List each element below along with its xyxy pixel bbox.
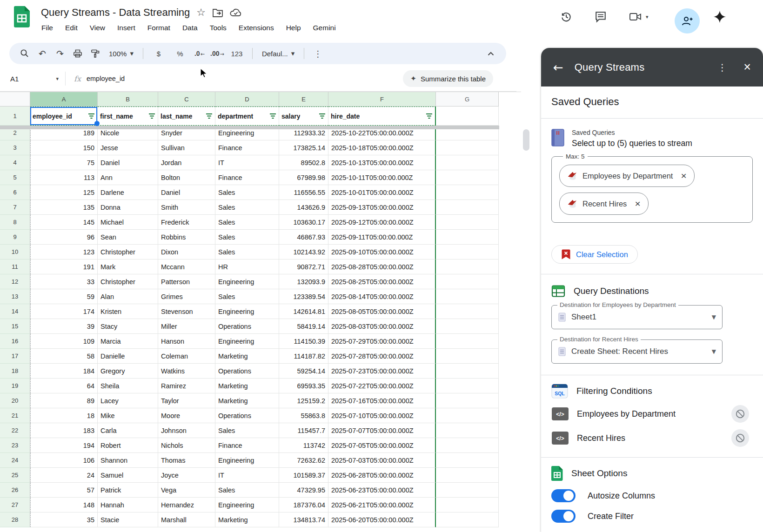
table-row[interactable]: 2089LaceyTaylorMarketing125159.22025-07-… [0,393,521,408]
cell[interactable]: 173825.14 [279,140,328,155]
table-row[interactable]: 1964SheilaRamirezMarketing69593.352025-0… [0,379,521,393]
cell[interactable]: 58419.14 [279,319,328,334]
column-header-d[interactable]: D [215,92,279,106]
column-header-f[interactable]: F [328,92,436,106]
cell[interactable]: Marketing [215,349,279,364]
cell[interactable]: Carla [98,423,158,438]
cell[interactable]: 113 [30,170,98,185]
increase-decimal-button[interactable]: .00→ [209,46,225,61]
cell[interactable]: HR [215,259,279,274]
filter-icon[interactable] [269,113,276,119]
cell[interactable]: Engineering [215,453,279,468]
cell[interactable]: Operations [215,319,279,334]
spreadsheet-grid[interactable]: ABCDEFG 1employee_idfirst_namelast_named… [0,92,521,532]
star-icon[interactable]: ☆ [196,7,206,18]
table-row[interactable]: 996SeanRobbinsSales46867.932025-09-11T05… [0,230,521,245]
row-header-12[interactable]: 12 [0,274,30,289]
cell[interactable]: 125159.2 [279,393,328,408]
cell-empty[interactable] [436,215,499,230]
column-header-b[interactable]: B [98,92,158,106]
cell[interactable]: Stacie [98,512,158,527]
row-header-11[interactable]: 11 [0,259,30,274]
cell[interactable]: 2025-07-22T05:00:00.000Z [328,379,436,393]
cell[interactable]: Samuel [98,468,158,483]
cell[interactable]: 148 [30,498,98,512]
version-history-icon[interactable] [560,0,572,33]
cell[interactable]: 125 [30,185,98,200]
cell[interactable]: Ramirez [158,379,215,393]
cell[interactable]: Stevenson [158,304,215,319]
cell-empty[interactable] [436,498,499,512]
cell[interactable]: 2025-06-23T05:00:00.000Z [328,483,436,498]
cell[interactable]: 2025-08-14T05:00:00.000Z [328,289,436,304]
cell[interactable]: 145 [30,215,98,230]
cell-empty[interactable] [436,259,499,274]
cell[interactable]: Daniel [158,185,215,200]
cell-empty[interactable] [436,185,499,200]
grid-corner[interactable] [0,92,30,106]
cell[interactable]: 96 [30,230,98,245]
table-row[interactable]: 5113AnnBoltonFinance67989.982025-10-11T0… [0,170,521,185]
zoom-select[interactable]: 100%▾ [105,46,137,61]
cell-empty[interactable] [436,349,499,364]
cell[interactable]: Mike [98,408,158,423]
cell[interactable]: 18 [30,408,98,423]
cell-empty[interactable] [436,453,499,468]
table-rows[interactable]: 2189NicoleSnyderEngineering112933.322025… [0,126,521,527]
cell-empty[interactable] [436,200,499,215]
toggle-create-filter[interactable] [551,510,576,523]
cell[interactable]: 2025-07-29T05:00:00.000Z [328,334,436,349]
selection-handle[interactable] [94,121,100,126]
row-header-7[interactable]: 7 [0,200,30,215]
cell-empty[interactable] [436,140,499,155]
header-cell-first_name[interactable]: first_name [98,106,158,126]
cell[interactable]: 109 [30,334,98,349]
row-header-22[interactable]: 22 [0,423,30,438]
filter-icon[interactable] [319,113,326,119]
table-row[interactable]: 3150JesseSullivanFinance173825.142025-10… [0,140,521,155]
redo-icon[interactable]: ↷ [52,46,68,61]
cell[interactable]: Sean [98,230,158,245]
cell-empty[interactable] [436,334,499,349]
table-row[interactable]: 22183CarlaJohnsonSales115457.72025-07-07… [0,423,521,438]
menu-tools[interactable]: Tools [204,22,233,33]
cell[interactable]: 2025-08-03T05:00:00.000Z [328,319,436,334]
menu-data[interactable]: Data [176,22,204,33]
gemini-sparkle-icon[interactable] [713,0,727,33]
cell[interactable]: Watkins [158,364,215,379]
cell[interactable]: Ann [98,170,158,185]
row-header-25[interactable]: 25 [0,468,30,483]
table-row[interactable]: 23194RobertNicholsFinance1137422025-07-0… [0,438,521,453]
row-header-17[interactable]: 17 [0,349,30,364]
cell[interactable]: Stacy [98,319,158,334]
cell[interactable]: Jesse [98,140,158,155]
cell[interactable]: Mark [98,259,158,274]
cell[interactable]: IT [215,155,279,170]
cell[interactable]: 184 [30,364,98,379]
cell[interactable]: 35 [30,512,98,527]
format-percent-button[interactable]: % [170,46,190,61]
cell[interactable]: 2025-06-28T05:00:00.000Z [328,468,436,483]
cell-empty[interactable] [436,245,499,259]
cell-empty[interactable] [436,468,499,483]
cell[interactable]: 102143.92 [279,245,328,259]
print-icon[interactable] [70,46,86,61]
cell[interactable]: Miller [158,319,215,334]
filter-icon[interactable] [148,113,155,119]
table-row[interactable]: 1758DanielleColemanMarketing114187.82202… [0,349,521,364]
row-header-24[interactable]: 24 [0,453,30,468]
cell[interactable]: Christopher [98,274,158,289]
cell[interactable]: Smith [158,200,215,215]
cell[interactable]: Donna [98,200,158,215]
cell[interactable]: 2025-09-12T05:00:00.000Z [328,215,436,230]
cell[interactable]: 187376.04 [279,498,328,512]
cell[interactable]: 103630.17 [279,215,328,230]
chip-remove-icon[interactable]: × [635,198,640,209]
menu-extensions[interactable]: Extensions [233,22,280,33]
cell[interactable]: 67989.98 [279,170,328,185]
cell[interactable]: 115457.7 [279,423,328,438]
cell[interactable]: IT [215,468,279,483]
cell[interactable]: Michael [98,215,158,230]
cell-empty[interactable] [436,483,499,498]
cell[interactable]: 114150.39 [279,334,328,349]
